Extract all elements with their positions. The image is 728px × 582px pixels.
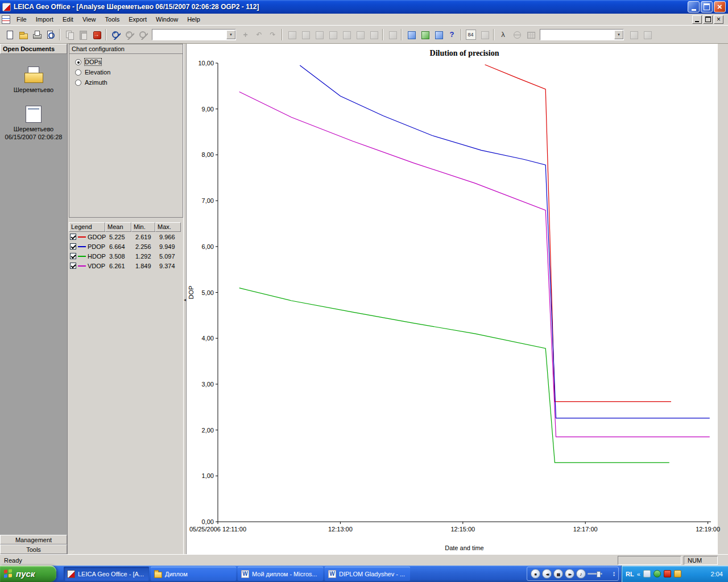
media-previous-button[interactable] [542,569,552,579]
radio-option-dops[interactable]: DOPs [75,59,177,65]
print-preview-button[interactable] [44,28,57,41]
tray-icon-1[interactable] [643,570,651,577]
language-indicator[interactable]: RL [626,571,634,577]
tools-tab[interactable]: Tools [0,544,67,554]
tool-2-button[interactable] [299,28,312,41]
media-next-button[interactable] [565,569,574,579]
menu-window[interactable]: Window [151,14,183,24]
legend-col-legend[interactable]: Legend [69,222,105,232]
series-line-vdop [239,92,710,437]
radio-option-elevation[interactable]: Elevation [75,69,177,76]
media-stop-button[interactable] [531,569,540,579]
menu-edit[interactable]: Edit [58,14,78,24]
paste-button[interactable] [76,28,89,41]
legend-col-min[interactable]: Min. [131,222,155,232]
dropdown-arrow-icon[interactable]: ▼ [614,30,623,39]
mdi-minimize-button[interactable] [692,15,702,24]
point-id-button[interactable]: 84 [464,28,477,41]
taskbar-item-1[interactable]: LEICA Geo Office - [A... [64,567,149,581]
tool-9-button[interactable] [478,28,491,41]
grid-view-button[interactable] [524,28,537,41]
folder-icon [154,572,162,578]
restore-button[interactable] [701,1,713,13]
menu-import[interactable]: Import [31,14,58,24]
taskbar-item-2[interactable]: Диплом [151,567,236,581]
start-button-label: пуск [16,569,35,579]
menu-tools[interactable]: Tools [101,14,125,24]
tool-11-button[interactable] [640,28,653,41]
legend-col-max[interactable]: Max. [155,222,181,232]
redo-view-button[interactable] [266,28,279,41]
zoom-out-button[interactable] [122,28,135,41]
zoom-in-button[interactable] [109,28,122,41]
app-icon [67,570,75,578]
legend-series-cell: VDOP [70,263,106,269]
tray-icon-4[interactable] [674,570,681,577]
window-controls [688,1,726,13]
visibility-checkbox[interactable] [70,234,76,240]
tool-3-button[interactable] [312,28,325,41]
import-data-button[interactable] [90,28,103,41]
close-button[interactable] [714,1,726,13]
function-button[interactable] [497,28,510,41]
menu-export[interactable]: Export [124,14,151,24]
deskband-expand-arrows[interactable] [613,571,615,577]
process-3-button[interactable] [432,28,445,41]
media-mute-button[interactable] [576,569,586,579]
taskbar-item-3[interactable]: Мой диплом - Micros... [238,567,323,581]
tool-1-button[interactable] [285,28,298,41]
scale-combo[interactable]: ▼ [152,29,236,40]
legend-col-mean[interactable]: Mean [105,222,131,232]
visibility-checkbox[interactable] [70,263,76,269]
x-tick-label: 12:19:00 [696,526,720,533]
legend-value: 6.261 [106,263,133,269]
tool-5-button[interactable] [340,28,353,41]
toolbar-separator [382,29,383,40]
menu-help[interactable]: Help [183,14,205,24]
filter-combo[interactable]: ▼ [540,29,624,40]
open-documents-header[interactable]: Open Documents [0,44,67,54]
management-tab[interactable]: Management [0,535,67,544]
radio-option-azimuth[interactable]: Azimuth [75,79,177,86]
context-help-button[interactable] [445,28,458,41]
open-document-button[interactable] [16,28,30,41]
mdi-close-button[interactable] [714,15,723,24]
pan-button[interactable] [239,28,252,41]
series-name: VDOP [88,263,105,269]
visibility-checkbox[interactable] [70,253,76,259]
copy-button[interactable] [63,28,76,41]
document-system-icon[interactable] [2,15,10,24]
process-2-button[interactable] [418,28,431,41]
menu-view[interactable]: View [78,14,101,24]
tool-5-icon [341,30,351,40]
y-tick-label: 5,00 [202,289,214,296]
tool-8-button[interactable] [386,28,399,41]
tool-6-button[interactable] [353,28,366,41]
undo-view-button[interactable] [253,28,266,41]
zoom-window-button[interactable] [136,28,149,41]
document-item-2[interactable]: Шереметьево 06/15/2007 02:06:28 OGP... [1,106,66,142]
minimize-button[interactable] [688,1,700,13]
x-tick-label: 12:15:00 [450,526,475,533]
mdi-restore-button[interactable] [703,15,713,24]
new-document-button[interactable] [3,28,16,41]
series-color-swatch [78,265,86,267]
media-pause-button[interactable] [553,569,563,579]
hide-icons-chevron[interactable] [637,571,640,577]
start-button[interactable]: пуск [0,566,56,582]
volume-slider[interactable] [588,573,602,575]
tool-10-button[interactable] [627,28,640,41]
tool-4-button[interactable] [326,28,339,41]
globe-button[interactable] [510,28,523,41]
tray-icon-2[interactable] [653,570,661,577]
process-1-button[interactable] [404,28,417,41]
menu-file[interactable]: File [12,14,31,24]
print-button[interactable] [30,28,43,41]
tray-icon-3[interactable] [664,570,671,577]
tool-7-button[interactable] [367,28,380,41]
process-1-icon [406,30,416,40]
visibility-checkbox[interactable] [70,243,76,250]
taskbar-item-4[interactable]: DIPLOM Gladyshev - ... [325,567,410,581]
dropdown-arrow-icon[interactable]: ▼ [226,30,235,39]
document-item-1[interactable]: Шереметьево [1,66,66,94]
